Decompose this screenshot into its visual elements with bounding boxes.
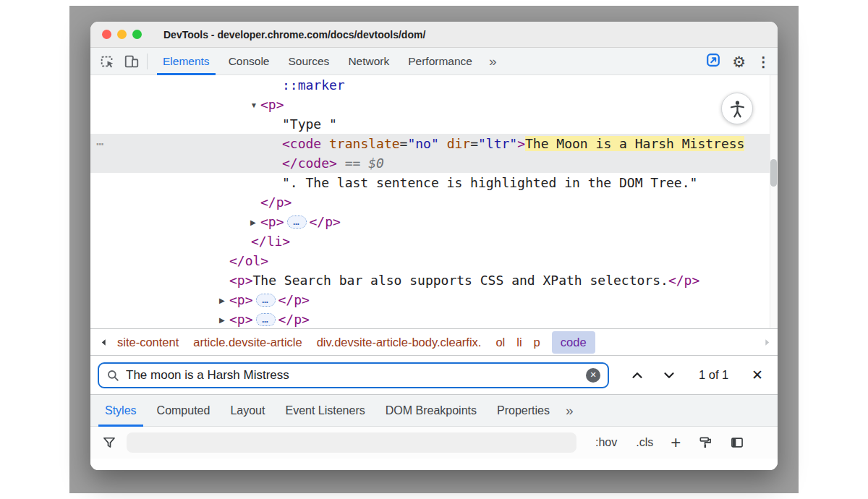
tab-properties[interactable]: Properties — [487, 395, 560, 427]
close-search-icon[interactable]: ✕ — [752, 368, 763, 382]
settings-gear-icon[interactable]: ⚙ — [732, 54, 746, 69]
dom-line-marker-pseudo[interactable]: ::marker — [90, 75, 778, 95]
search-box: ✕ — [98, 362, 609, 388]
new-style-rule-button[interactable]: + — [671, 434, 681, 451]
code-open-tag-token: <code — [282, 136, 321, 151]
dom-line-p-open[interactable]: ▼<p> — [90, 95, 778, 114]
ellipsis-token: … — [262, 294, 268, 305]
dom-line-collapsed-p-3[interactable]: ▶<p>…</p> — [90, 310, 778, 328]
next-result-button[interactable] — [661, 367, 677, 383]
attr-translate-name-token: translate — [329, 136, 400, 151]
element-classes-button[interactable]: .cls — [636, 436, 653, 449]
attr-dir-value-token: "ltr" — [478, 136, 517, 151]
more-options-kebab-icon[interactable]: ⋮ — [757, 55, 770, 69]
close-window-button[interactable] — [102, 30, 111, 39]
breadcrumb-item-li[interactable]: li — [516, 336, 522, 349]
zoom-window-button[interactable] — [132, 30, 142, 39]
tab-elements[interactable]: Elements — [153, 48, 219, 75]
dom-line-p-close[interactable]: </p> — [90, 192, 778, 212]
more-panel-tabs-icon[interactable]: » — [560, 403, 579, 419]
row-options-ellipsis-icon[interactable]: ⋯ — [96, 134, 105, 153]
breadcrumb-item-article[interactable]: article.devsite-article — [193, 336, 302, 349]
attr-dir-name-token: dir — [447, 136, 471, 151]
tab-styles[interactable]: Styles — [95, 395, 147, 427]
dollar-zero-token: $0 — [368, 155, 384, 171]
attr-translate-value-token: "no" — [407, 136, 438, 151]
more-tabs-icon[interactable]: » — [482, 54, 504, 69]
previous-result-button[interactable] — [629, 367, 645, 383]
dom-line-type-text[interactable]: "Type " — [90, 114, 778, 134]
dom-line-code-close[interactable]: </code> == $0 — [90, 153, 778, 173]
breadcrumb-item-code[interactable]: code — [552, 331, 595, 354]
pseudo-element-token: ::marker — [282, 77, 345, 93]
collapsed-content-pill[interactable]: … — [256, 313, 276, 326]
dock-side-icon[interactable] — [705, 52, 721, 71]
styles-filter-input[interactable] — [127, 432, 576, 453]
breadcrumb-item-div[interactable]: div.devsite-article-body.clearfix. — [317, 336, 482, 349]
p-close-tag-token: </p> — [668, 273, 699, 288]
breadcrumb-item-site-content[interactable]: site-content — [117, 336, 179, 349]
ellipsis-token: … — [262, 313, 268, 325]
clear-search-icon[interactable]: ✕ — [586, 368, 600, 383]
dom-line-search-paragraph[interactable]: <p>The Search bar also supports CSS and … — [90, 270, 778, 290]
dom-line-collapsed-p-1[interactable]: ▶<p>…</p> — [90, 212, 778, 231]
p-open-tag-token: <p> — [260, 97, 284, 112]
styles-filter-bar: :hov .cls + — [90, 427, 778, 459]
toolbar-right-controls: ⚙ ⋮ — [705, 48, 770, 75]
tab-performance[interactable]: Performance — [399, 48, 482, 75]
window-title: DevTools - developer.chrome.com/docs/dev… — [163, 29, 425, 40]
attr-equals-token: = — [400, 136, 408, 151]
window-titlebar: DevTools - developer.chrome.com/docs/dev… — [90, 22, 778, 48]
tab-sources[interactable]: Sources — [279, 48, 339, 75]
breadcrumb-scroll-right-icon[interactable] — [762, 329, 772, 355]
breadcrumb: site-content article.devsite-article div… — [90, 328, 778, 355]
breadcrumb-item-p[interactable]: p — [534, 336, 540, 349]
devtools-window: DevTools - developer.chrome.com/docs/dev… — [90, 22, 778, 470]
search-icon — [106, 369, 119, 382]
toolbar-divider — [147, 54, 148, 69]
toggle-element-state-button[interactable]: :hov — [595, 436, 617, 449]
dom-tree-panel: ::marker ▼<p> "Type " ⋯ <code translate=… — [90, 75, 778, 328]
paint-roller-icon[interactable] — [698, 435, 712, 450]
ol-close-tag-token: </ol> — [229, 253, 268, 268]
minimize-window-button[interactable] — [117, 30, 127, 39]
tab-dom-breakpoints[interactable]: DOM Breakpoints — [375, 395, 487, 427]
chevron-up-icon — [629, 367, 645, 383]
collapsed-content-pill[interactable]: … — [256, 294, 276, 307]
ellipsis-token: … — [293, 216, 299, 227]
expand-arrow-icon[interactable]: ▼ — [250, 95, 260, 115]
inspect-element-icon[interactable] — [95, 48, 119, 75]
accessibility-button[interactable] — [721, 93, 753, 124]
tab-event-listeners[interactable]: Event Listeners — [275, 395, 375, 427]
search-match-highlight: The Moon is a Harsh Mistress — [525, 136, 744, 151]
breadcrumb-scroll-left-icon[interactable] — [99, 338, 109, 347]
dom-tree-scrollbar[interactable] — [770, 159, 777, 187]
code-close-tag-token: </code> — [282, 155, 337, 171]
tab-console[interactable]: Console — [219, 48, 279, 75]
dom-search-bar: ✕ 1 of 1 ✕ — [90, 355, 778, 394]
collapsed-content-pill[interactable]: … — [287, 216, 307, 229]
tag-close-bracket-token: > — [517, 136, 525, 151]
dom-line-code-open[interactable]: <code translate="no" dir="ltr">The Moon … — [90, 134, 778, 153]
selected-dom-node-rows: ⋯ <code translate="no" dir="ltr">The Moo… — [90, 134, 778, 173]
dom-line-collapsed-p-2[interactable]: ▶<p>…</p> — [90, 290, 778, 310]
p-close-tag-token: </p> — [278, 292, 310, 307]
tab-computed[interactable]: Computed — [147, 395, 221, 427]
collapse-arrow-icon[interactable]: ▶ — [250, 213, 260, 232]
device-toolbar-icon[interactable] — [119, 48, 144, 75]
dom-line-ol-close[interactable]: </ol> — [90, 251, 778, 270]
attr-equals-token: = — [470, 136, 478, 151]
collapse-arrow-icon[interactable]: ▶ — [219, 310, 229, 328]
search-input[interactable] — [126, 368, 586, 383]
tab-layout[interactable]: Layout — [220, 395, 275, 427]
dom-line-li-close[interactable]: </li> — [90, 231, 778, 251]
toggle-sidebar-icon[interactable] — [730, 435, 744, 450]
tab-network[interactable]: Network — [339, 48, 399, 75]
collapse-arrow-icon[interactable]: ▶ — [219, 291, 229, 310]
search-results-count: 1 of 1 — [699, 368, 728, 382]
breadcrumb-item-ol[interactable]: ol — [495, 336, 505, 349]
styles-panel-tabs: Styles Computed Layout Event Listeners D… — [90, 394, 778, 427]
p-close-tag-token: </p> — [260, 195, 292, 210]
dom-tree-scrollbar-track — [770, 75, 778, 328]
dom-line-trailing-text[interactable]: ". The last sentence is highlighted in t… — [90, 173, 778, 192]
